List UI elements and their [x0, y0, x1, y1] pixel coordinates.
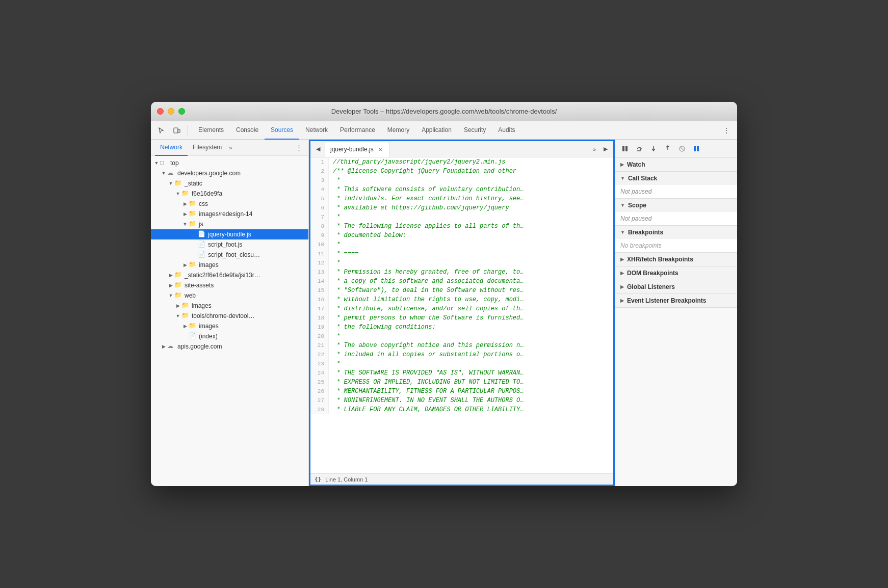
- tree-item-top[interactable]: ▼ □ top: [151, 158, 308, 168]
- close-button[interactable]: [157, 108, 164, 115]
- tree-item-images2[interactable]: ▶ 📁 images: [151, 260, 308, 270]
- code-line-5: 5 * individuals. For exact contribution …: [310, 194, 613, 203]
- minimize-button[interactable]: [168, 108, 174, 115]
- step-into-button[interactable]: [647, 142, 660, 155]
- folder-icon: 📁: [181, 302, 190, 310]
- code-line-27: 27 * NONINFRINGEMENT. IN NO EVENT SHALL …: [310, 396, 613, 405]
- debug-section-dom: ▶ DOM Breakpoints: [615, 266, 737, 280]
- tree-item-web-images[interactable]: ▶ 📁 images: [151, 301, 308, 311]
- editor-content[interactable]: 1 //third_party/javascript/jquery2/jquer…: [310, 157, 613, 473]
- file-js-icon: 📄: [198, 240, 206, 249]
- tree-arrow: ▼: [167, 293, 174, 298]
- file-tree: ▼ □ top ▼ ☁ developers.google.com ▼ 📁 _s…: [151, 156, 308, 486]
- folder-icon: 📁: [174, 271, 182, 279]
- code-line-1: 1 //third_party/javascript/jquery2/jquer…: [310, 157, 613, 167]
- code-line-11: 11 * ====: [310, 249, 613, 258]
- tree-item-static2[interactable]: ▶ 📁 _static2/f6e16de9fa/jsi13r…: [151, 270, 308, 280]
- debug-section-watch-header[interactable]: ▶ Watch: [615, 158, 737, 171]
- editor-tabs: ◀ jquery-bundle.js ✕ » ▶: [310, 141, 613, 157]
- debug-section-scope-header[interactable]: ▼ Scope: [615, 199, 737, 212]
- debug-section-breakpoints-header[interactable]: ▼ Breakpoints: [615, 226, 737, 239]
- tab-application[interactable]: Application: [415, 121, 458, 140]
- debug-section-global-listeners: ▶ Global Listeners: [615, 280, 737, 294]
- main-layout: Network Filesystem » ⋮ ▼ □ top: [151, 140, 737, 486]
- tab-elements[interactable]: Elements: [192, 121, 230, 140]
- step-over-button[interactable]: [633, 142, 646, 155]
- tree-item-web[interactable]: ▼ 📁 web: [151, 290, 308, 301]
- code-line-15: 15 * "Software"), to deal in the Softwar…: [310, 286, 613, 295]
- tab-console[interactable]: Console: [230, 121, 265, 140]
- pause-button[interactable]: [618, 142, 632, 155]
- code-line-14: 14 * a copy of this software and associa…: [310, 277, 613, 286]
- tree-item-devgoogle[interactable]: ▼ ☁ developers.google.com: [151, 168, 308, 178]
- editor-tab-filename: jquery-bundle.js: [330, 146, 374, 153]
- debugger-panel: ▶ Watch ▼ Call Stack Not paused: [615, 140, 737, 486]
- file-tab-menu-icon[interactable]: ⋮: [293, 142, 304, 153]
- tab-performance[interactable]: Performance: [334, 121, 381, 140]
- tab-security[interactable]: Security: [458, 121, 492, 140]
- tab-network[interactable]: Network: [155, 140, 188, 156]
- tree-item-js[interactable]: ▼ 📁 js: [151, 219, 308, 229]
- tree-item-static[interactable]: ▼ 📁 _static: [151, 178, 308, 189]
- code-line-22: 22 * included in all copies or substanti…: [310, 350, 613, 359]
- code-line-10: 10 *: [310, 240, 613, 249]
- file-js-icon: 📄: [198, 230, 206, 238]
- debug-section-event-listeners-header[interactable]: ▶ Event Listener Breakpoints: [615, 294, 737, 307]
- tree-item-index[interactable]: 📄 (index): [151, 331, 308, 341]
- tree-item-tools-devtools[interactable]: ▼ 📁 tools/chrome-devtool…: [151, 311, 308, 321]
- editor-panel: ◀ jquery-bundle.js ✕ » ▶ 1 //third_party…: [309, 140, 615, 486]
- more-tabs-icon[interactable]: »: [229, 145, 232, 151]
- tree-arrow: ▼: [153, 161, 160, 166]
- editor-tab-more-icon[interactable]: »: [589, 144, 600, 155]
- window-title: Developer Tools – https://developers.goo…: [331, 108, 557, 115]
- debug-section-dom-header[interactable]: ▶ DOM Breakpoints: [615, 266, 737, 280]
- tab-filesystem[interactable]: Filesystem: [188, 140, 227, 156]
- tab-network[interactable]: Network: [299, 121, 334, 140]
- tree-arrow: ▶: [181, 211, 189, 217]
- editor-tab-close-icon[interactable]: ✕: [377, 146, 384, 153]
- tree-item-jquery-bundle[interactable]: 📄 jquery-bundle.js: [151, 229, 308, 239]
- devtools-window: Developer Tools – https://developers.goo…: [151, 102, 737, 486]
- tree-item-script-foot-clos[interactable]: 📄 script_foot_closu…: [151, 250, 308, 260]
- tree-item-script-foot[interactable]: 📄 script_foot.js: [151, 239, 308, 250]
- debug-section-xhr-header[interactable]: ▶ XHR/fetch Breakpoints: [615, 253, 737, 266]
- tree-item-site-assets[interactable]: ▶ 📁 site-assets: [151, 280, 308, 290]
- svg-rect-0: [174, 128, 178, 133]
- pause-on-exceptions-button[interactable]: [690, 142, 703, 155]
- tree-item-tools-images[interactable]: ▶ 📁 images: [151, 321, 308, 331]
- toolbar-divider-1: [188, 125, 188, 136]
- folder-icon: 📁: [189, 322, 197, 330]
- chevron-down-icon: ▼: [620, 176, 625, 181]
- debug-section-xhr: ▶ XHR/fetch Breakpoints: [615, 253, 737, 266]
- debugger-toolbar: [615, 140, 737, 158]
- svg-rect-2: [622, 146, 624, 151]
- code-line-7: 7 *: [310, 212, 613, 222]
- code-line-24: 24 * THE SOFTWARE IS PROVIDED "AS IS", W…: [310, 368, 613, 378]
- debug-section-call-stack-header[interactable]: ▼ Call Stack: [615, 172, 737, 185]
- tree-item-apis-google[interactable]: ▶ ☁ apis.google.com: [151, 341, 308, 352]
- tree-arrow: ▼: [160, 171, 167, 176]
- maximize-button[interactable]: [178, 108, 185, 115]
- step-out-button[interactable]: [661, 142, 674, 155]
- editor-tab-prev-icon[interactable]: ◀: [312, 144, 324, 155]
- tree-item-images-redesign[interactable]: ▶ 📁 images/redesign-14: [151, 209, 308, 219]
- editor-active-tab[interactable]: jquery-bundle.js ✕: [325, 142, 389, 157]
- breakpoints-content: No breakpoints: [615, 239, 737, 252]
- tree-item-css[interactable]: ▶ 📁 css: [151, 199, 308, 209]
- editor-statusbar: {} Line 1, Column 1: [310, 473, 613, 485]
- tree-arrow: ▶: [167, 273, 174, 278]
- chevron-down-icon: ▼: [620, 230, 625, 235]
- code-line-8: 8 * The following license applies to all…: [310, 222, 613, 231]
- tree-arrow: ▶: [181, 201, 189, 206]
- device-icon[interactable]: [170, 124, 184, 137]
- tab-sources[interactable]: Sources: [265, 121, 299, 140]
- tree-item-hash[interactable]: ▼ 📁 f6e16de9fa: [151, 189, 308, 199]
- tab-memory[interactable]: Memory: [381, 121, 415, 140]
- debug-section-global-listeners-header[interactable]: ▶ Global Listeners: [615, 280, 737, 293]
- editor-tab-play-icon[interactable]: ▶: [600, 144, 611, 155]
- deactivate-breakpoints-button[interactable]: [675, 142, 689, 155]
- more-tabs-icon[interactable]: ⋮: [720, 124, 733, 137]
- cursor-icon[interactable]: [155, 124, 168, 137]
- tab-audits[interactable]: Audits: [492, 121, 521, 140]
- folder-icon: 📁: [181, 312, 190, 320]
